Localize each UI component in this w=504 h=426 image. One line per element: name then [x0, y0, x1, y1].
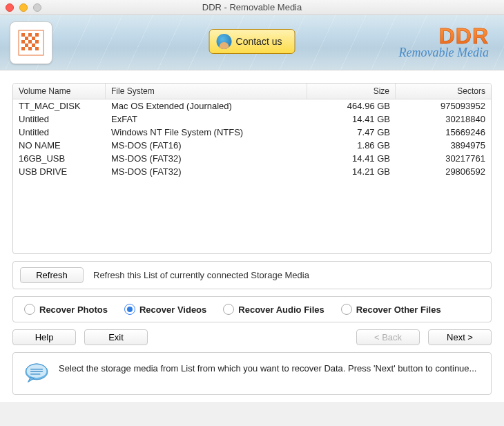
back-button[interactable]: < Back [356, 329, 420, 345]
table-row[interactable]: UntitledExFAT14.41 GB30218840 [13, 113, 491, 126]
cell-sectors: 29806592 [396, 165, 491, 178]
content: Volume Name File System Size Sectors TT_… [0, 70, 504, 402]
close-button[interactable] [6, 3, 14, 12]
brand-subtitle: Removable Media [399, 46, 489, 60]
traffic-lights [6, 3, 41, 12]
th-sectors[interactable]: Sectors [396, 84, 491, 99]
contact-us-button[interactable]: Contact us [209, 29, 295, 54]
cell-sectors: 3894975 [396, 139, 491, 152]
cell-filesystem: Mac OS Extended (Journaled) [106, 99, 307, 113]
svg-rect-9 [25, 43, 28, 47]
help-button[interactable]: Help [12, 329, 76, 345]
brand: DDR Removable Media [399, 25, 494, 60]
table-row[interactable]: 16GB_USBMS-DOS (FAT32)14.41 GB30217761 [13, 152, 491, 165]
brand-title: DDR [399, 25, 489, 47]
app-icon [10, 21, 52, 64]
table-row[interactable]: NO NAMEMS-DOS (FAT16)1.86 GB3894975 [13, 139, 491, 152]
cell-size: 7.47 GB [307, 126, 396, 139]
cell-volume: Untitled [13, 113, 106, 126]
svg-rect-7 [28, 40, 32, 43]
cell-volume: NO NAME [13, 139, 106, 152]
cell-filesystem: ExFAT [106, 113, 307, 126]
svg-rect-8 [35, 40, 39, 43]
svg-rect-3 [35, 33, 39, 37]
radio-icon [223, 304, 234, 315]
table-row[interactable]: TT_MAC_DISKMac OS Extended (Journaled)46… [13, 99, 491, 113]
svg-rect-6 [21, 40, 25, 43]
cell-volume: 16GB_USB [13, 152, 106, 165]
recover-option[interactable]: Recover Other Files [341, 304, 441, 315]
table-header: Volume Name File System Size Sectors [13, 84, 491, 99]
cell-size: 14.41 GB [307, 113, 396, 126]
radio-icon [124, 304, 135, 315]
th-size[interactable]: Size [307, 84, 396, 99]
hint-text: Select the storage media from List from … [59, 362, 476, 375]
recover-option-label: Recover Other Files [356, 304, 441, 315]
contact-label: Contact us [236, 36, 282, 47]
volume-table: Volume Name File System Size Sectors TT_… [12, 83, 492, 254]
maximize-button[interactable] [33, 3, 41, 12]
next-button[interactable]: Next > [428, 329, 492, 345]
cell-size: 14.21 GB [307, 165, 396, 178]
svg-rect-2 [28, 33, 32, 37]
th-volume[interactable]: Volume Name [13, 84, 106, 99]
chat-bubble-icon [24, 362, 49, 385]
svg-rect-5 [32, 37, 35, 40]
titlebar: DDR - Removable Media [0, 0, 504, 15]
cell-sectors: 15669246 [396, 126, 491, 139]
cell-filesystem: MS-DOS (FAT32) [106, 165, 307, 178]
app-grid-icon [17, 29, 45, 57]
window-title: DDR - Removable Media [0, 2, 504, 12]
svg-rect-13 [35, 47, 39, 50]
recover-option-label: Recover Audio Files [238, 304, 324, 315]
cell-size: 1.86 GB [307, 139, 396, 152]
cell-sectors: 30218840 [396, 113, 491, 126]
th-filesystem[interactable]: File System [106, 84, 307, 99]
svg-point-15 [27, 365, 46, 378]
svg-rect-10 [32, 43, 35, 47]
cell-volume: USB DRIVE [13, 165, 106, 178]
recover-options: Recover PhotosRecover VideosRecover Audi… [12, 296, 492, 322]
recover-option-label: Recover Videos [139, 304, 206, 315]
table-body[interactable]: TT_MAC_DISKMac OS Extended (Journaled)46… [13, 99, 491, 253]
radio-icon [24, 304, 35, 315]
recover-option[interactable]: Recover Videos [124, 304, 206, 315]
cell-size: 14.41 GB [307, 152, 396, 165]
header-banner: Contact us DDR Removable Media [0, 15, 504, 70]
cell-volume: Untitled [13, 126, 106, 139]
nav-row: Help Exit < Back Next > [12, 329, 492, 345]
minimize-button[interactable] [19, 3, 28, 12]
svg-rect-1 [21, 33, 25, 37]
hint-panel: Select the storage media from List from … [12, 352, 492, 395]
cell-filesystem: MS-DOS (FAT16) [106, 139, 307, 152]
svg-rect-4 [25, 37, 28, 40]
svg-rect-12 [28, 47, 32, 50]
contact-avatar-icon [217, 34, 232, 49]
cell-filesystem: Windows NT File System (NTFS) [106, 126, 307, 139]
radio-icon [341, 304, 352, 315]
cell-sectors: 975093952 [396, 99, 491, 113]
cell-volume: TT_MAC_DISK [13, 99, 106, 113]
cell-size: 464.96 GB [307, 99, 396, 113]
recover-option[interactable]: Recover Photos [24, 304, 108, 315]
refresh-button[interactable]: Refresh [20, 267, 84, 283]
table-row[interactable]: USB DRIVEMS-DOS (FAT32)14.21 GB29806592 [13, 165, 491, 178]
refresh-hint: Refresh this List of currently connected… [93, 270, 309, 280]
exit-button[interactable]: Exit [84, 329, 148, 345]
cell-sectors: 30217761 [396, 152, 491, 165]
table-row[interactable]: UntitledWindows NT File System (NTFS)7.4… [13, 126, 491, 139]
cell-filesystem: MS-DOS (FAT32) [106, 152, 307, 165]
recover-option[interactable]: Recover Audio Files [223, 304, 324, 315]
recover-option-label: Recover Photos [39, 304, 108, 315]
refresh-panel: Refresh Refresh this List of currently c… [12, 261, 492, 289]
svg-rect-11 [21, 47, 25, 50]
